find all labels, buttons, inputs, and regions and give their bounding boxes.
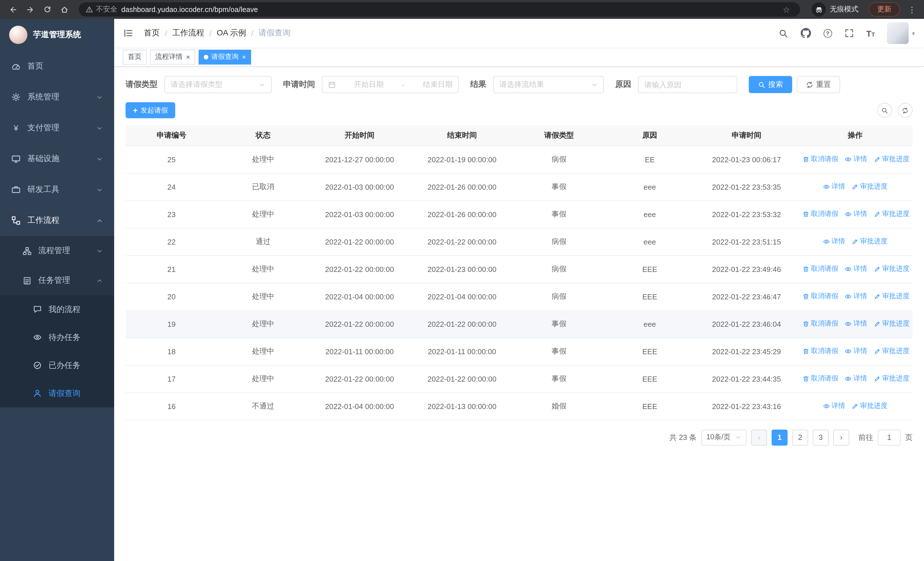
search-button[interactable]: 搜索 [749, 76, 792, 93]
tab-home[interactable]: 首页 [123, 50, 147, 64]
edit-pen-icon [873, 375, 880, 382]
approval-progress-link[interactable]: 审批进度 [873, 319, 909, 329]
home-button[interactable] [57, 2, 72, 17]
reload-button[interactable] [40, 2, 55, 17]
create-leave-button[interactable]: + 发起请假 [126, 102, 175, 118]
cancel-leave-link[interactable]: 取消请假 [802, 319, 838, 329]
toggle-search-button[interactable] [877, 103, 892, 118]
chevron-down-icon [96, 186, 103, 193]
cancel-leave-link[interactable]: 取消请假 [802, 292, 838, 301]
result-select[interactable]: 请选择流结果 [493, 76, 604, 93]
forward-button[interactable] [23, 2, 38, 17]
next-page-button[interactable]: › [833, 429, 849, 445]
help-button[interactable]: ? [817, 19, 838, 47]
cell-operations: 详情 审批进度 [798, 393, 913, 420]
cell-operations: 取消请假 详情 审批进度 [798, 256, 913, 283]
page-button-1[interactable]: 1 [772, 429, 788, 445]
sidebar: 芋道管理系统 首页 系统管理 ¥ 支付管理 基础设施 [0, 19, 114, 561]
approval-progress-link[interactable]: 审批进度 [873, 155, 909, 164]
detail-link[interactable]: 详情 [823, 401, 845, 411]
user-avatar[interactable] [887, 22, 909, 44]
detail-link[interactable]: 详情 [845, 346, 867, 356]
address-bar[interactable]: 不安全 dashboard.yudao.iocoder.cn/bpm/oa/le… [79, 2, 800, 17]
cell-apply-id: 20 [126, 283, 218, 310]
sidebar-item-done-tasks[interactable]: 已办任务 [0, 351, 114, 379]
leave-table: 申请编号 状态 开始时间 结束时间 请假类型 原因 申请时间 操作 25 处理中… [126, 125, 913, 420]
cancel-leave-link[interactable]: 取消请假 [802, 155, 838, 164]
security-label: 不安全 [96, 5, 117, 14]
breadcrumb-item-oa-example[interactable]: OA 示例 [217, 28, 246, 38]
sidebar-item-my-processes[interactable]: 我的流程 [0, 295, 114, 323]
page-size-select[interactable]: 10条/页 [701, 429, 747, 445]
page-button-2[interactable]: 2 [792, 429, 808, 445]
security-warning-badge[interactable]: 不安全 [86, 5, 117, 14]
chevron-down-icon [96, 156, 103, 162]
close-icon[interactable]: × [186, 53, 190, 60]
prev-page-button[interactable]: ‹ [751, 429, 767, 445]
sidebar-item-process-management[interactable]: 流程管理 [0, 236, 114, 266]
edit-pen-icon [873, 293, 880, 300]
cancel-leave-link[interactable]: 取消请假 [802, 264, 838, 274]
breadcrumb-item-workflow[interactable]: 工作流程 [172, 28, 204, 38]
approval-progress-link[interactable]: 审批进度 [873, 209, 909, 219]
detail-link[interactable]: 详情 [845, 374, 867, 384]
cell-apply-id: 22 [126, 228, 218, 256]
detail-link[interactable]: 详情 [845, 209, 867, 219]
browser-menu-button[interactable]: ⋮ [906, 5, 918, 14]
detail-link[interactable]: 详情 [845, 319, 867, 329]
sidebar-item-system[interactable]: 系统管理 [0, 82, 114, 113]
github-button[interactable] [794, 19, 817, 47]
reset-button[interactable]: 重置 [797, 76, 840, 93]
filter-apply-time: 申请时间 开始日期 - 结束日期 [283, 76, 459, 93]
approval-progress-link[interactable]: 审批进度 [873, 264, 909, 274]
breadcrumb-item-home[interactable]: 首页 [144, 28, 160, 38]
approval-progress-link[interactable]: 审批进度 [873, 346, 909, 356]
trash-icon [802, 348, 809, 355]
incognito-icon [812, 2, 826, 17]
fullscreen-button[interactable] [838, 19, 860, 47]
refresh-table-button[interactable] [898, 103, 913, 118]
leave-type-select[interactable]: 请选择请假类型 [164, 76, 272, 93]
sidebar-item-leave-query[interactable]: 请假查询 [0, 379, 114, 407]
range-separator: - [402, 80, 405, 89]
sidebar-item-payment[interactable]: ¥ 支付管理 [0, 113, 114, 143]
approval-progress-link[interactable]: 审批进度 [852, 237, 888, 247]
sidebar-item-workflow[interactable]: 工作流程 [0, 205, 114, 236]
tab-leave-query[interactable]: 请假查询 × [199, 50, 251, 64]
detail-link[interactable]: 详情 [845, 264, 867, 274]
approval-progress-link[interactable]: 审批进度 [852, 182, 888, 192]
approval-progress-link[interactable]: 审批进度 [873, 374, 909, 384]
approval-progress-link[interactable]: 审批进度 [852, 401, 888, 411]
cancel-leave-link[interactable]: 取消请假 [802, 209, 838, 219]
cell-reason: EEE [604, 256, 695, 283]
cell-apply-time: 2022-01-22 23:46:47 [695, 283, 798, 310]
warning-icon [86, 6, 93, 13]
sidebar-item-pending-tasks[interactable]: 待办任务 [0, 323, 114, 351]
cell-apply-time: 2022-01-22 23:51:15 [695, 228, 798, 256]
goto-page-input[interactable] [878, 429, 901, 445]
sidebar-item-infrastructure[interactable]: 基础设施 [0, 143, 114, 174]
sidebar-toggle-button[interactable] [121, 28, 138, 38]
cell-apply-id: 21 [126, 256, 218, 283]
detail-link[interactable]: 详情 [845, 292, 867, 301]
bookmark-star-button[interactable]: ☆ [779, 4, 793, 15]
cell-apply-time: 2022-01-22 23:45:29 [695, 338, 798, 365]
apply-time-range-picker[interactable]: 开始日期 - 结束日期 [322, 76, 459, 93]
header-search-button[interactable] [772, 19, 794, 47]
detail-link[interactable]: 详情 [823, 182, 845, 192]
detail-link[interactable]: 详情 [845, 155, 867, 164]
detail-link[interactable]: 详情 [823, 237, 845, 247]
browser-update-button[interactable]: 更新 [868, 2, 900, 17]
sidebar-item-home[interactable]: 首页 [0, 51, 114, 82]
cancel-leave-link[interactable]: 取消请假 [802, 346, 838, 356]
sidebar-item-devtools[interactable]: 研发工具 [0, 174, 114, 205]
reason-input[interactable] [638, 76, 737, 93]
approval-progress-link[interactable]: 审批进度 [873, 292, 909, 301]
font-size-button[interactable]: TT [860, 19, 881, 47]
back-button[interactable] [6, 2, 21, 17]
cancel-leave-link[interactable]: 取消请假 [802, 374, 838, 384]
page-button-3[interactable]: 3 [813, 429, 829, 445]
sidebar-item-task-management[interactable]: 任务管理 [0, 266, 114, 295]
close-icon[interactable]: × [242, 53, 246, 60]
tab-process-detail[interactable]: 流程详情 × [150, 50, 195, 64]
